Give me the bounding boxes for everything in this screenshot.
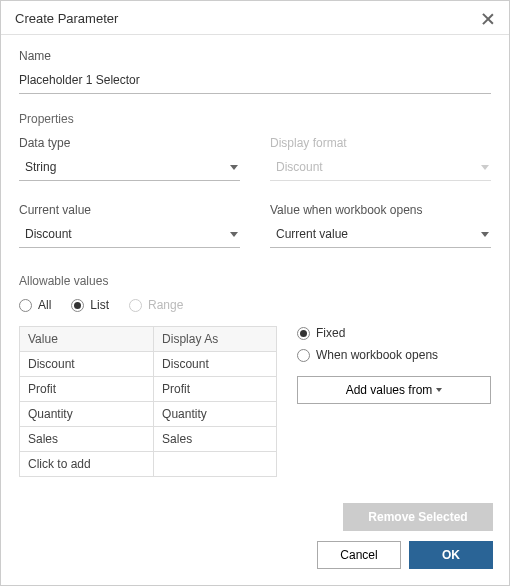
value-open-select[interactable]: Current value — [270, 223, 491, 248]
col-display-as: Display As — [154, 327, 277, 352]
radio-icon — [19, 299, 32, 312]
dialog-title: Create Parameter — [15, 11, 118, 26]
chevron-down-icon — [230, 165, 238, 170]
table-row[interactable]: QuantityQuantity — [20, 402, 277, 427]
radio-icon — [129, 299, 142, 312]
data-type-value: String — [25, 160, 56, 174]
table-row[interactable]: DiscountDiscount — [20, 352, 277, 377]
value-open-label: Value when workbook opens — [270, 203, 491, 217]
name-input[interactable] — [19, 69, 491, 94]
dialog-footer: Remove Selected Cancel OK — [1, 493, 509, 585]
properties-label: Properties — [19, 112, 491, 126]
ok-button[interactable]: OK — [409, 541, 493, 569]
radio-icon — [297, 349, 310, 362]
when-open-radio[interactable]: When workbook opens — [297, 348, 491, 362]
current-value-value: Discount — [25, 227, 72, 241]
chevron-down-icon — [436, 388, 442, 392]
table-row[interactable]: ProfitProfit — [20, 377, 277, 402]
display-format-select: Discount — [270, 156, 491, 181]
display-format-value: Discount — [276, 160, 323, 174]
data-type-label: Data type — [19, 136, 240, 150]
create-parameter-dialog: Create Parameter Name Properties Data ty… — [0, 0, 510, 586]
col-value: Value — [20, 327, 154, 352]
display-format-label: Display format — [270, 136, 491, 150]
current-value-select[interactable]: Discount — [19, 223, 240, 248]
allowable-label: Allowable values — [19, 274, 491, 288]
remove-selected-button[interactable]: Remove Selected — [343, 503, 493, 531]
value-open-value: Current value — [276, 227, 348, 241]
allowable-all-radio[interactable]: All — [19, 298, 51, 312]
table-row[interactable]: SalesSales — [20, 427, 277, 452]
fixed-radio-group: Fixed When workbook opens — [297, 326, 491, 362]
chevron-down-icon — [230, 232, 238, 237]
allowable-list-radio[interactable]: List — [71, 298, 109, 312]
data-type-select[interactable]: String — [19, 156, 240, 181]
allowable-range-radio: Range — [129, 298, 183, 312]
cancel-button[interactable]: Cancel — [317, 541, 401, 569]
dialog-content: Name Properties Data type String Display… — [1, 35, 509, 493]
dialog-header: Create Parameter — [1, 1, 509, 34]
close-icon[interactable] — [481, 12, 495, 26]
chevron-down-icon — [481, 232, 489, 237]
current-value-label: Current value — [19, 203, 240, 217]
fixed-radio[interactable]: Fixed — [297, 326, 491, 340]
chevron-down-icon — [481, 165, 489, 170]
add-values-button[interactable]: Add values from — [297, 376, 491, 404]
values-table: Value Display As DiscountDiscount Profit… — [19, 326, 277, 477]
table-add-row[interactable]: Click to add — [20, 452, 277, 477]
allowable-radio-group: All List Range — [19, 298, 491, 312]
radio-icon — [71, 299, 84, 312]
radio-icon — [297, 327, 310, 340]
name-label: Name — [19, 49, 491, 63]
